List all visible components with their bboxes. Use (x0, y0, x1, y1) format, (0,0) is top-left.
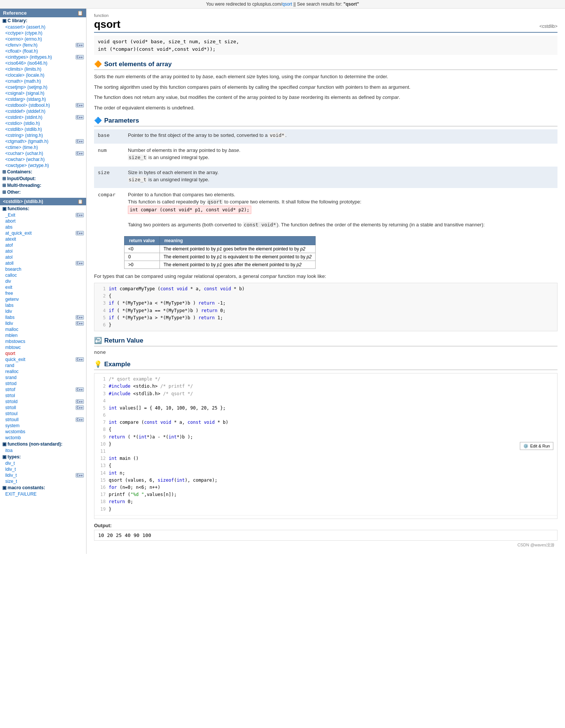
qsort-link[interactable]: qsort (282, 2, 292, 7)
code-line: 1/* qsort example */ (98, 376, 553, 383)
toggle-icon[interactable]: ▣ (2, 18, 6, 23)
sidebar-reference-icon[interactable]: 📋 (77, 10, 83, 16)
sidebar-item[interactable]: realloc (0, 369, 86, 375)
sidebar-item[interactable]: getenv (0, 296, 86, 302)
sidebar-item[interactable]: <cwchar> (wchar.h) (0, 156, 86, 162)
code-line: 7int compare (const void * a, const void… (98, 419, 553, 426)
sidebar-item[interactable]: <cmath> (math.h) (0, 78, 86, 84)
sidebar-item[interactable]: lldivC++ (0, 320, 86, 326)
sidebar-item[interactable]: atol (0, 254, 86, 260)
sidebar-item[interactable]: atexit (0, 236, 86, 242)
toggle-icon: ⊞ (2, 169, 6, 174)
code-line-1: 1int compareMyType (const void * a, cons… (98, 285, 553, 293)
sidebar-item[interactable]: <csignal> (signal.h) (0, 90, 86, 96)
sidebar-item[interactable]: exit (0, 284, 86, 290)
sidebar-item[interactable]: <cstdint> (stdint.h)C++ (0, 114, 86, 120)
sidebar-item[interactable]: <cstdio> (stdio.h) (0, 120, 86, 126)
sidebar-item-qsort[interactable]: qsort (0, 350, 86, 356)
sidebar-item[interactable]: strtofC++ (0, 387, 86, 393)
sidebar-item[interactable]: mbstowcs (0, 338, 86, 344)
sidebar-item[interactable]: <cstdarg> (stdarg.h) (0, 96, 86, 102)
sidebar-item[interactable]: <clocale> (locale.h) (0, 72, 86, 78)
sidebar-item[interactable]: strtod (0, 381, 86, 387)
sidebar-item[interactable]: mblen (0, 332, 86, 338)
sidebar-item[interactable]: labs (0, 302, 86, 308)
function-source: <cstdlib> (539, 24, 557, 29)
sidebar-item[interactable]: <cerrno> (errno.h) (0, 36, 86, 42)
sidebar-item[interactable]: ldiv_t (0, 466, 86, 472)
sidebar-item[interactable]: <cstdlib> (stdlib.h) (0, 126, 86, 132)
sidebar-item[interactable]: atof (0, 242, 86, 248)
toggle-icon[interactable]: ▣ (2, 485, 6, 490)
sidebar-item[interactable]: lldiv_tC++ (0, 472, 86, 478)
sidebar-item[interactable]: EXIT_FAILURE (0, 491, 86, 497)
sidebar-item[interactable]: malloc (0, 326, 86, 332)
sidebar-item-abort[interactable]: abort (0, 218, 86, 224)
sidebar-item[interactable]: atoi (0, 248, 86, 254)
return-table-cell-meaning: The element pointed to by p1 goes after … (159, 261, 316, 268)
sidebar-item[interactable]: <ciso646> (iso646.h) (0, 60, 86, 66)
sidebar-item[interactable]: <cctype> (ctype.h) (0, 30, 86, 36)
toggle-icon-functions[interactable]: ▣ (2, 206, 6, 211)
sidebar-item[interactable]: <csetjmp> (setjmp.h) (0, 84, 86, 90)
sidebar-item[interactable]: <ctime> (time.h) (0, 144, 86, 150)
sidebar-item[interactable]: div (0, 278, 86, 284)
sidebar-types-group: ▣ types: (0, 453, 86, 460)
toggle-icon[interactable]: ▣ (2, 441, 6, 447)
sidebar-item[interactable]: abs (0, 224, 86, 230)
sidebar-item[interactable]: <ctgmath> (tgmath.h)C++ (0, 138, 86, 144)
param-size-desc: Size in bytes of each element in the arr… (128, 169, 554, 184)
sidebar-item[interactable]: <cwctype> (wctype.h) (0, 162, 86, 168)
sidebar-item[interactable]: itoa (0, 447, 86, 453)
sidebar-item[interactable]: atollC++ (0, 260, 86, 266)
sidebar-item[interactable]: strtoldC++ (0, 399, 86, 405)
sidebar-item[interactable]: <cassert> (assert.h) (0, 24, 86, 30)
sidebar-cstdlib-icon[interactable]: 📋 (77, 199, 83, 204)
sidebar-group-containers[interactable]: ⊞ Containers: (0, 168, 86, 175)
params-title-text: Parameters (104, 117, 139, 124)
sidebar-item[interactable]: strtollC++ (0, 405, 86, 411)
sidebar-item[interactable]: <cuchar> (uchar.h)C++ (0, 150, 86, 156)
sidebar-item[interactable]: <cinttypes> (inttypes.h)C++ (0, 54, 86, 60)
edit-run-button[interactable]: ⚙️ Edit & Run (520, 442, 553, 450)
sidebar-item[interactable]: ldiv (0, 308, 86, 314)
sidebar-item[interactable]: rand (0, 362, 86, 369)
sidebar-item[interactable]: bsearch (0, 266, 86, 272)
sidebar-item[interactable]: <cstdbool> (stdbool.h)C++ (0, 102, 86, 108)
sidebar-group-inputoutput[interactable]: ⊞ Input/Output: (0, 175, 86, 182)
code-line: 2#include <stdio.h> /* printf */ (98, 383, 553, 390)
toggle-icon[interactable]: ▣ (2, 454, 6, 460)
sidebar-item[interactable]: <cstring> (string.h) (0, 132, 86, 138)
sidebar-group-other[interactable]: ⊞ Other: (0, 189, 86, 196)
sidebar-item[interactable]: at_quick_exitC++ (0, 230, 86, 236)
sidebar-item[interactable]: <cfenv> (fenv.h)C++ (0, 42, 86, 48)
sidebar-item[interactable]: calloc (0, 272, 86, 278)
sidebar-item[interactable]: quick_exitC++ (0, 356, 86, 362)
sidebar-item[interactable]: strtol (0, 393, 86, 399)
sidebar-item[interactable]: srand (0, 375, 86, 381)
sidebar-item[interactable]: wctomb (0, 435, 86, 441)
description4: The order of equivalent elements is unde… (94, 104, 557, 112)
signature-line2: int (*compar)(const void*,const void*)); (98, 46, 554, 53)
sidebar-item[interactable]: wcstombs (0, 429, 86, 435)
sidebar-item[interactable]: <climits> (limits.h) (0, 66, 86, 72)
sidebar-item[interactable]: strtoullC++ (0, 417, 86, 423)
sidebar-macroconstants-label: macro constants: (8, 485, 45, 490)
sidebar-item[interactable]: <cstddef> (stddef.h) (0, 108, 86, 114)
param-compar-desc: Pointer to a function that compares two … (128, 191, 554, 229)
sidebar-item[interactable]: llabsC++ (0, 314, 86, 320)
sidebar-group-multithreading[interactable]: ⊞ Multi-threading: (0, 182, 86, 189)
sort-title-text: Sort elements of array (104, 61, 172, 68)
sidebar-item[interactable]: system (0, 423, 86, 429)
sidebar-item[interactable]: div_t (0, 460, 86, 466)
sidebar-item[interactable]: mbtowc (0, 344, 86, 350)
sidebar-item[interactable]: free (0, 290, 86, 296)
sidebar-item[interactable]: <cfloat> (float.h) (0, 48, 86, 54)
toggle-icon: ⊞ (2, 190, 6, 195)
table-row: 0 The element pointed to by p1 is equiva… (125, 253, 316, 261)
sidebar-item[interactable]: _ExitC++ (0, 212, 86, 218)
sidebar: Reference 📋 ▣ C library: <cassert> (asse… (0, 9, 87, 554)
sidebar-item[interactable]: size_t (0, 478, 86, 484)
sidebar-item[interactable]: strtoul (0, 411, 86, 417)
sidebar-group-clibrary: ▣ C library: (0, 17, 86, 24)
